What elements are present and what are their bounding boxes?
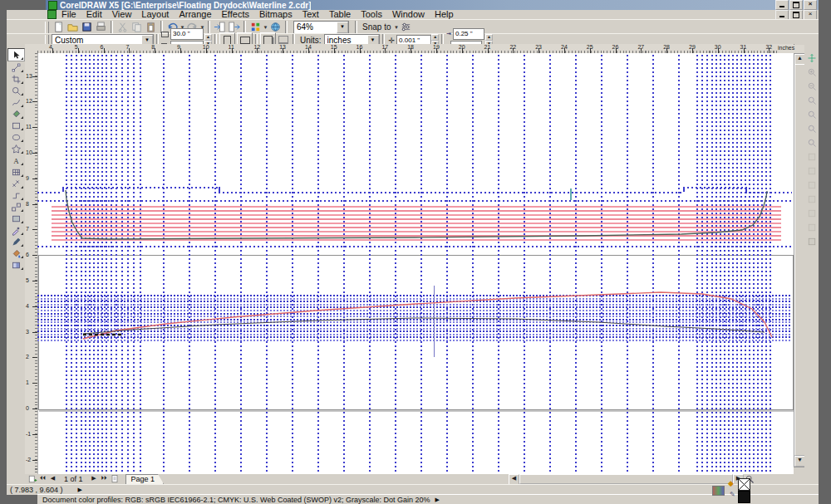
flyout-arrow-icon (21, 244, 23, 247)
duplicate-spin-up[interactable]: ▲ (485, 34, 493, 41)
v-ruler-label: 12 (26, 98, 32, 104)
duplicate-x-field[interactable]: 0.25 " (453, 28, 484, 40)
save-button[interactable] (80, 20, 94, 34)
zoom-out-button[interactable] (806, 81, 818, 92)
zoom-to-page-button[interactable] (806, 109, 818, 120)
snap-to-button[interactable]: Snap to (362, 22, 391, 32)
export-icon (228, 21, 240, 33)
open-button[interactable] (66, 20, 80, 34)
menu-bitmaps[interactable]: Bitmaps (254, 10, 297, 19)
view-quality-button[interactable] (806, 151, 818, 163)
snap-to-arrow-icon[interactable]: ▼ (393, 25, 399, 30)
menu-window[interactable]: Window (387, 10, 430, 19)
zoom-to-selection-button[interactable] (806, 95, 818, 106)
snap-options-button[interactable] (806, 236, 818, 247)
guidelines-toggle-button[interactable] (806, 222, 818, 233)
minimize-button[interactable] (775, 0, 789, 10)
navigator-pan-button[interactable] (806, 52, 818, 64)
paper-width-field[interactable]: 30.0 " (170, 28, 204, 40)
last-page-button[interactable]: ⏵⏵ (99, 475, 110, 483)
full-screen-preview-button[interactable] (806, 165, 818, 177)
open-icon (66, 21, 79, 33)
zoom-tool[interactable] (8, 85, 24, 96)
flyout-arrow-icon (21, 57, 23, 60)
crop-tool[interactable] (8, 73, 24, 85)
rectangle-tool[interactable] (8, 120, 24, 131)
menu-file[interactable]: File (57, 10, 81, 19)
paper-size-spin-up[interactable]: ▲ (204, 34, 212, 41)
doc-close-button[interactable]: × (804, 10, 817, 20)
menu-tools[interactable]: Tools (356, 10, 387, 19)
smart-fill-tool[interactable] (8, 108, 24, 120)
zoom-combo-arrow-icon[interactable]: ▼ (337, 22, 348, 33)
grid-toggle-button[interactable] (806, 208, 818, 219)
outline-swatch-black[interactable] (738, 491, 750, 503)
nudge-spin-up[interactable]: ▲ (431, 34, 439, 41)
previous-page-button[interactable]: ◀ (48, 475, 57, 483)
close-button[interactable]: × (804, 0, 817, 10)
zoom-to-width-button[interactable] (806, 123, 818, 135)
print-button[interactable] (94, 20, 108, 34)
menu-effects[interactable]: Effects (217, 10, 254, 19)
text-tool[interactable]: A (8, 154, 24, 166)
freehand-tool[interactable] (8, 96, 24, 108)
pick-tool[interactable] (7, 48, 25, 61)
first-page-button[interactable]: ⏴⏴ (37, 475, 48, 483)
hscroll-left-button[interactable]: ◀ (509, 474, 519, 485)
document-color-profiles: Document color profiles: RGB: sRGB IEC61… (42, 496, 430, 504)
profiles-expand-icon[interactable]: ▶ (435, 497, 440, 503)
options-button[interactable] (399, 20, 413, 34)
v-ruler-label: 9 (26, 175, 29, 181)
menu-view[interactable]: View (107, 10, 137, 19)
page-tab[interactable]: Page 1 (125, 474, 165, 484)
zoom-level-combo[interactable]: 64% ▼ (293, 21, 349, 34)
horizontal-scroll-thumb[interactable] (519, 474, 733, 484)
plan-deck-curve (83, 292, 772, 339)
eyedropper-tool[interactable] (8, 224, 24, 236)
restore-button[interactable] (789, 0, 803, 10)
copy-button[interactable] (130, 20, 144, 34)
flyout-arrow-icon (21, 256, 23, 258)
menu-arrange[interactable]: Arrange (174, 10, 216, 19)
interactive-fill-tool[interactable] (8, 259, 24, 271)
color-profile-status-icon[interactable] (712, 486, 725, 496)
outline-pen-tool[interactable] (8, 236, 24, 247)
add-page-icon (27, 474, 37, 484)
minimize-icon (779, 1, 784, 7)
connector-tool[interactable] (8, 189, 24, 201)
v-ruler-label: 7 (26, 226, 29, 232)
menu-layout[interactable]: Layout (136, 10, 174, 19)
doc-restore-button[interactable] (789, 10, 803, 20)
page-menu-button[interactable] (110, 475, 120, 484)
fill-swatch-none[interactable] (738, 478, 750, 491)
table-tool[interactable] (8, 166, 24, 178)
rulers-toggle-button[interactable] (806, 193, 818, 205)
menu-help[interactable]: Help (430, 10, 459, 19)
toolbar-grip[interactable] (45, 22, 49, 33)
zoom-level-value: 64% (297, 22, 337, 32)
add-page-button[interactable] (27, 475, 37, 484)
v-ruler-label: 8 (26, 201, 29, 207)
blend-tool[interactable] (8, 201, 24, 213)
view-manager-button[interactable] (806, 179, 818, 191)
zoom-to-height-button[interactable] (806, 137, 818, 149)
zoom-in-button[interactable] (806, 66, 818, 78)
application-launcher-dropdown-arrow-icon[interactable]: ▼ (263, 25, 268, 30)
parallel-dimension-tool[interactable] (8, 178, 24, 189)
cut-button[interactable] (116, 20, 130, 34)
new-document-button[interactable] (52, 20, 66, 34)
ellipse-tool[interactable] (8, 131, 24, 143)
menu-edit[interactable]: Edit (81, 10, 107, 19)
fill-tool[interactable] (8, 247, 24, 259)
status-expand-icon[interactable]: ▶ (78, 487, 82, 493)
menu-text[interactable]: Text (297, 10, 324, 19)
menu-table[interactable]: Table (324, 10, 356, 19)
drawing-canvas[interactable] (37, 53, 794, 474)
next-page-button[interactable]: ▶ (90, 475, 99, 483)
doc-minimize-button[interactable] (775, 10, 789, 20)
shape-tool[interactable] (8, 61, 24, 73)
transparency-tool[interactable] (8, 213, 24, 224)
paste-button[interactable] (144, 20, 158, 34)
polygon-tool[interactable] (8, 143, 24, 154)
vertical-ruler[interactable]: 131211109876543210-1-2 (25, 53, 38, 475)
